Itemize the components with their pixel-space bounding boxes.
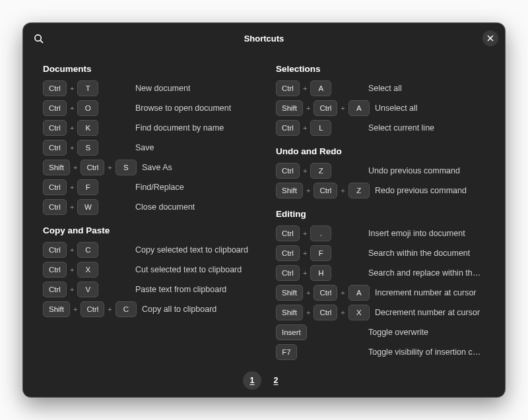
close-icon: [487, 35, 494, 42]
keycap: Z: [310, 163, 331, 179]
shortcut-keys: F7: [276, 344, 368, 360]
keycap: Shift: [276, 100, 303, 116]
keycap: Shift: [276, 305, 303, 320]
shortcut-description: New document: [135, 84, 190, 93]
keycap: Ctrl: [81, 301, 104, 317]
section-title: Undo and Redo: [276, 146, 485, 156]
keycap: .: [310, 225, 331, 241]
keycap: Ctrl: [43, 140, 67, 156]
keycap: A: [348, 100, 370, 116]
keycap: Ctrl: [314, 305, 337, 320]
shortcut-row: Ctrl+FFind/Replace: [43, 178, 252, 196]
keycap: Ctrl: [276, 225, 300, 241]
key-separator: +: [300, 84, 310, 92]
window-title: Shortcuts: [244, 34, 284, 44]
key-separator: +: [67, 183, 77, 191]
pager: 12: [23, 364, 505, 397]
shortcut-description: Search and replace within the document: [368, 268, 485, 278]
key-separator: +: [67, 124, 77, 132]
shortcut-description: Toggle visibility of insertion caret: [368, 347, 485, 357]
shortcut-row: Ctrl+SSave: [43, 138, 252, 157]
keycap: Z: [348, 183, 370, 198]
keycap: L: [310, 120, 331, 136]
keycap: Ctrl: [276, 163, 300, 179]
keycap: Ctrl: [314, 100, 337, 116]
page-button-1[interactable]: 1: [243, 371, 261, 390]
shortcut-description: Cut selected text to clipboard: [135, 265, 242, 274]
key-separator: +: [300, 167, 310, 175]
keycap: Ctrl: [81, 160, 104, 175]
keycap: Ctrl: [276, 80, 300, 96]
shortcut-keys: Ctrl+F: [276, 245, 368, 261]
key-separator: +: [70, 164, 81, 171]
section-title: Copy and Paste: [43, 225, 252, 235]
column-right: SelectionsCtrl+ASelect allShift+Ctrl+AUn…: [276, 55, 485, 364]
keycap: F: [77, 179, 98, 195]
shortcut-row: InsertToggle overwrite: [276, 323, 485, 342]
shortcut-keys: Shift+Ctrl+A: [276, 285, 375, 301]
shortcut-description: Unselect all: [375, 104, 418, 113]
keycap: W: [77, 199, 98, 215]
shortcut-description: Toggle overwrite: [368, 328, 428, 337]
shortcut-description: Insert emoji into document: [368, 229, 465, 238]
key-separator: +: [303, 104, 314, 112]
keycap: Ctrl: [314, 183, 337, 198]
shortcut-description: Close document: [135, 202, 195, 212]
keycap: S: [77, 140, 98, 156]
keycap: Ctrl: [43, 80, 67, 96]
shortcut-keys: Ctrl+O: [43, 100, 135, 116]
keycap: X: [77, 262, 98, 278]
key-separator: +: [300, 229, 310, 237]
key-separator: +: [67, 266, 77, 274]
keycap: A: [310, 80, 331, 96]
shortcut-keys: Ctrl+H: [276, 265, 368, 281]
shortcuts-window: Shortcuts DocumentsCtrl+TNew documentCtr…: [23, 23, 505, 397]
keycap: Ctrl: [43, 242, 67, 258]
shortcut-description: Copy all to clipboard: [142, 305, 216, 314]
key-separator: +: [104, 164, 115, 171]
shortcut-keys: Ctrl+T: [43, 80, 135, 96]
keycap: Shift: [276, 183, 303, 198]
keycap: K: [77, 120, 98, 136]
shortcut-keys: Ctrl+A: [276, 80, 368, 96]
key-separator: +: [67, 203, 77, 211]
key-separator: +: [337, 309, 348, 316]
shortcut-row: Ctrl+VPaste text from clipboard: [43, 280, 252, 299]
shortcut-row: Shift+Ctrl+ZRedo previous command: [276, 181, 485, 200]
shortcut-row: Ctrl+.Insert emoji into document: [276, 224, 485, 243]
section-title: Selections: [276, 64, 485, 74]
shortcut-keys: Shift+Ctrl+X: [276, 305, 375, 320]
shortcut-description: Save As: [142, 163, 172, 172]
keycap: Insert: [276, 324, 307, 340]
keycap: F: [310, 245, 331, 261]
shortcut-description: Copy selected text to clipboard: [135, 245, 248, 255]
shortcut-keys: Ctrl+W: [43, 199, 135, 215]
shortcut-row: Ctrl+WClose document: [43, 198, 252, 216]
keycap: Ctrl: [43, 282, 67, 297]
shortcut-description: Increment number at cursor: [375, 288, 477, 297]
shortcut-description: Browse to open document: [135, 104, 231, 113]
keycap: Ctrl: [276, 120, 300, 136]
shortcut-description: Paste text from clipboard: [135, 285, 226, 294]
key-separator: +: [337, 289, 348, 297]
keycap: X: [348, 305, 370, 320]
key-separator: +: [67, 104, 77, 112]
close-button[interactable]: [482, 30, 498, 46]
shortcut-description: Select all: [368, 84, 402, 93]
key-separator: +: [337, 104, 348, 112]
shortcut-description: Redo previous command: [375, 186, 467, 195]
search-button[interactable]: [31, 31, 46, 45]
shortcut-row: Ctrl+KFind document by name: [43, 119, 252, 137]
page-button-2[interactable]: 2: [267, 371, 285, 390]
shortcuts-body: DocumentsCtrl+TNew documentCtrl+OBrowse …: [23, 53, 505, 364]
shortcut-keys: Shift+Ctrl+Z: [276, 183, 375, 198]
key-separator: +: [67, 84, 77, 92]
keycap: Shift: [43, 301, 70, 317]
shortcut-description: Undo previous command: [368, 166, 460, 175]
keycap: C: [116, 301, 137, 317]
shortcut-row: Ctrl+OBrowse to open document: [43, 99, 252, 117]
shortcut-keys: Ctrl+Z: [276, 163, 368, 179]
keycap: S: [116, 160, 137, 175]
shortcut-description: Find/Replace: [135, 183, 184, 192]
keycap: A: [348, 285, 370, 301]
